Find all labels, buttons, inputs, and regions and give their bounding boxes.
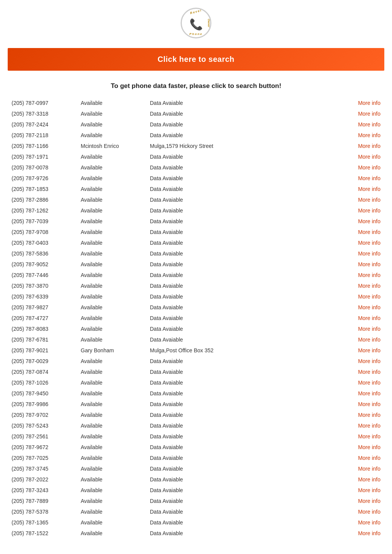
more-info-link[interactable]: More info (342, 143, 380, 149)
phone-number: (205) 787-1262 (12, 207, 81, 214)
more-info-link[interactable]: More info (342, 476, 380, 483)
phone-number: (205) 787-7025 (12, 455, 81, 461)
owner-name: Available (81, 455, 150, 461)
more-info-link[interactable]: More info (342, 390, 380, 396)
owner-address: Data Avaiable (150, 369, 342, 375)
owner-address: Data Avaiable (150, 132, 342, 138)
more-info-link[interactable]: More info (342, 283, 380, 289)
more-info-link[interactable]: More info (342, 304, 380, 310)
more-info-link[interactable]: More info (342, 218, 380, 224)
more-info-link[interactable]: More info (342, 337, 380, 343)
owner-name: Available (81, 261, 150, 267)
more-info-link[interactable]: More info (342, 498, 380, 504)
more-info-link[interactable]: More info (342, 412, 380, 418)
owner-address: Data Avaiable (150, 272, 342, 278)
phone-number: (205) 787-1166 (12, 143, 81, 149)
phone-number: (205) 787-0403 (12, 240, 81, 246)
owner-name: Available (81, 250, 150, 257)
more-info-link[interactable]: More info (342, 186, 380, 192)
owner-address: Data Avaiable (150, 218, 342, 224)
more-info-link[interactable]: More info (342, 423, 380, 429)
logo-circle: Revel 📞 Phone Owner (181, 8, 211, 38)
more-info-link[interactable]: More info (342, 401, 380, 407)
more-info-link[interactable]: More info (342, 455, 380, 461)
owner-name: Available (81, 487, 150, 493)
owner-address: Data Avaiable (150, 121, 342, 128)
owner-address: Mulga,1579 Hickory Street (150, 143, 342, 149)
more-info-link[interactable]: More info (342, 466, 380, 472)
owner-address: Data Avaiable (150, 423, 342, 429)
more-info-link[interactable]: More info (342, 207, 380, 214)
owner-address: Data Avaiable (150, 207, 342, 214)
more-info-link[interactable]: More info (342, 326, 380, 332)
more-info-link[interactable]: More info (342, 294, 380, 300)
results-list: (205) 787-0997AvailableData AvaiableMore… (12, 98, 380, 539)
more-info-link[interactable]: More info (342, 240, 380, 246)
phone-number: (205) 787-1522 (12, 530, 81, 536)
owner-name: Available (81, 132, 150, 138)
more-info-link[interactable]: More info (342, 433, 380, 440)
more-info-link[interactable]: More info (342, 347, 380, 353)
more-info-link[interactable]: More info (342, 315, 380, 321)
more-info-link[interactable]: More info (342, 261, 380, 267)
logo-container: Revel 📞 Phone Owner (179, 8, 213, 38)
owner-name: Available (81, 423, 150, 429)
owner-name: Available (81, 476, 150, 483)
owner-name: Available (81, 294, 150, 300)
owner-address: Data Avaiable (150, 401, 342, 407)
more-info-link[interactable]: More info (342, 100, 380, 106)
phone-number: (205) 787-1026 (12, 380, 81, 386)
phone-number: (205) 787-3243 (12, 487, 81, 493)
more-info-link[interactable]: More info (342, 380, 380, 386)
more-info-link[interactable]: More info (342, 121, 380, 128)
owner-name: Available (81, 509, 150, 515)
table-row: (205) 787-6339AvailableData AvaiableMore… (12, 291, 380, 302)
more-info-link[interactable]: More info (342, 509, 380, 515)
table-row: (205) 787-1365AvailableData AvaiableMore… (12, 517, 380, 528)
owner-name: Available (81, 401, 150, 407)
more-info-link[interactable]: More info (342, 250, 380, 257)
more-info-link[interactable]: More info (342, 164, 380, 171)
header: Revel 📞 Phone Owner (0, 0, 392, 42)
table-row: (205) 787-9726AvailableData AvaiableMore… (12, 173, 380, 184)
table-row: (205) 787-9052AvailableData AvaiableMore… (12, 259, 380, 270)
owner-address: Data Avaiable (150, 304, 342, 310)
owner-address: Data Avaiable (150, 455, 342, 461)
owner-address: Data Avaiable (150, 294, 342, 300)
phone-number: (205) 787-3745 (12, 466, 81, 472)
owner-address: Data Avaiable (150, 444, 342, 450)
owner-address: Data Avaiable (150, 261, 342, 267)
table-row: (205) 787-9708AvailableData AvaiableMore… (12, 227, 380, 237)
phone-number: (205) 787-9021 (12, 347, 81, 353)
search-banner[interactable]: Click here to search (8, 48, 384, 71)
table-row: (205) 787-8083AvailableData AvaiableMore… (12, 323, 380, 334)
owner-name: Available (81, 283, 150, 289)
more-info-link[interactable]: More info (342, 229, 380, 235)
table-row: (205) 787-9450AvailableData AvaiableMore… (12, 388, 380, 399)
table-row: (205) 787-2424AvailableData AvaiableMore… (12, 119, 380, 130)
more-info-link[interactable]: More info (342, 197, 380, 203)
owner-name: Available (81, 197, 150, 203)
search-link[interactable]: Click here to search (158, 55, 234, 63)
owner-address: Data Avaiable (150, 315, 342, 321)
phone-number: (205) 787-2886 (12, 197, 81, 203)
more-info-link[interactable]: More info (342, 111, 380, 117)
owner-address: Data Avaiable (150, 100, 342, 106)
owner-address: Data Avaiable (150, 164, 342, 171)
more-info-link[interactable]: More info (342, 175, 380, 181)
more-info-link[interactable]: More info (342, 530, 380, 536)
more-info-link[interactable]: More info (342, 358, 380, 364)
table-row: (205) 787-0874AvailableData AvaiableMore… (12, 367, 380, 377)
more-info-link[interactable]: More info (342, 487, 380, 493)
more-info-link[interactable]: More info (342, 154, 380, 160)
owner-address: Mulga,Post Office Box 352 (150, 347, 342, 353)
phone-number: (205) 787-9708 (12, 229, 81, 235)
more-info-link[interactable]: More info (342, 272, 380, 278)
owner-address: Data Avaiable (150, 358, 342, 364)
more-info-link[interactable]: More info (342, 369, 380, 375)
owner-address: Data Avaiable (150, 390, 342, 396)
more-info-link[interactable]: More info (342, 444, 380, 450)
more-info-link[interactable]: More info (342, 519, 380, 526)
more-info-link[interactable]: More info (342, 132, 380, 138)
owner-name: Available (81, 337, 150, 343)
